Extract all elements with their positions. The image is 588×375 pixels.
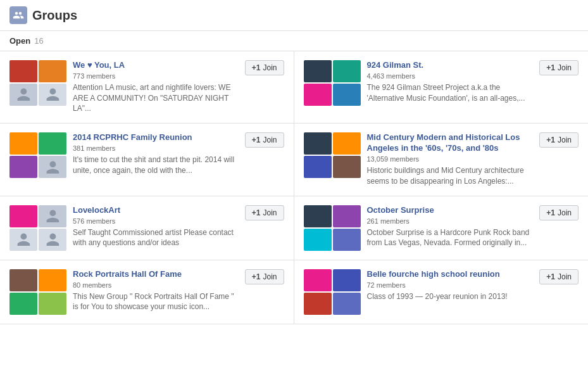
group-avatars <box>304 205 361 251</box>
section-header: Open 16 <box>0 31 588 51</box>
group-actions: +1 Join <box>539 132 579 148</box>
join-button[interactable]: +1 Join <box>539 132 579 148</box>
group-desc: Self Taught Commissioned artist Please c… <box>73 227 239 249</box>
avatar <box>39 156 66 178</box>
avatar <box>304 269 332 291</box>
group-members: 576 members <box>73 217 239 225</box>
group-name[interactable]: LovelockArt <box>73 205 239 216</box>
avatar <box>304 156 332 178</box>
group-actions: +1 Join <box>539 205 579 220</box>
group-members: 4,463 members <box>367 72 534 80</box>
group-name[interactable]: Belle fourche high school reunion <box>367 269 534 280</box>
group-members: 72 members <box>367 281 534 289</box>
join-button[interactable]: +1 Join <box>539 60 579 75</box>
group-avatars <box>9 205 66 251</box>
avatar <box>333 156 361 178</box>
join-button[interactable]: +1 Join <box>539 269 579 284</box>
group-avatars <box>9 269 66 315</box>
avatar <box>304 229 332 251</box>
group-name[interactable]: We ♥ You, LA <box>73 60 239 71</box>
join-button[interactable]: +1 Join <box>245 269 284 284</box>
group-info: October Surprise261 membersOctober Surpr… <box>367 205 534 248</box>
avatar <box>333 205 361 227</box>
avatar <box>333 269 361 291</box>
page-header: Groups <box>0 0 588 31</box>
avatar <box>9 205 37 227</box>
group-name[interactable]: Mid Century Modern and Historical Los An… <box>367 132 534 154</box>
avatar <box>39 132 66 155</box>
group-actions: +1 Join <box>539 269 579 284</box>
join-icon: +1 <box>546 208 555 217</box>
group-name[interactable]: 2014 RCPRHC Family Reunion <box>73 132 239 143</box>
avatar <box>9 269 37 291</box>
avatar <box>39 84 66 106</box>
avatar <box>304 132 332 155</box>
join-icon: +1 <box>546 272 555 281</box>
join-icon: +1 <box>546 63 555 72</box>
avatar <box>304 293 332 315</box>
avatar <box>333 84 361 106</box>
join-icon: +1 <box>252 272 261 281</box>
group-item: October Surprise261 membersOctober Surpr… <box>294 196 589 260</box>
group-desc: Class of 1993 — 20-year reunion in 2013! <box>367 291 534 302</box>
group-item: Mid Century Modern and Historical Los An… <box>294 124 589 196</box>
join-button[interactable]: +1 Join <box>539 205 579 220</box>
group-members: 13,059 members <box>367 155 534 163</box>
group-desc: Attention LA music, art and nightlife lo… <box>73 82 239 114</box>
join-icon: +1 <box>252 136 261 144</box>
join-icon: +1 <box>546 136 555 144</box>
group-item: LovelockArt576 membersSelf Taught Commis… <box>0 196 294 260</box>
group-item: Rock Portraits Hall Of Fame80 membersThi… <box>0 260 294 324</box>
group-desc: It's time to cut the shit and start the … <box>73 155 239 176</box>
avatar <box>9 156 37 178</box>
group-name[interactable]: October Surprise <box>367 205 534 216</box>
group-info: We ♥ You, LA773 membersAttention LA musi… <box>73 60 239 114</box>
groups-container: We ♥ You, LA773 membersAttention LA musi… <box>0 51 588 324</box>
join-button[interactable]: +1 Join <box>245 132 284 148</box>
group-avatars <box>304 132 361 178</box>
group-name[interactable]: Rock Portraits Hall Of Fame <box>73 269 239 280</box>
avatar <box>333 60 361 82</box>
page-wrapper: Groups Open 16 We ♥ You, LA773 membersAt… <box>0 0 588 375</box>
join-button[interactable]: +1 Join <box>245 205 284 220</box>
group-desc: October Surprise is a Hardcore Punk Rock… <box>367 227 534 249</box>
group-avatars <box>304 269 361 315</box>
group-info: Rock Portraits Hall Of Fame80 membersThi… <box>73 269 239 312</box>
join-button[interactable]: +1 Join <box>245 60 284 75</box>
join-icon: +1 <box>252 208 261 217</box>
group-members: 381 members <box>73 144 239 152</box>
group-avatars <box>9 132 66 178</box>
group-actions: +1 Join <box>245 269 284 284</box>
group-actions: +1 Join <box>245 205 284 220</box>
avatar <box>9 229 37 251</box>
section-label: Open <box>9 36 30 46</box>
avatar <box>39 229 66 251</box>
group-item: 924 Gilman St.4,463 membersThe 924 Gilma… <box>294 51 589 124</box>
avatar <box>39 60 66 82</box>
group-info: LovelockArt576 membersSelf Taught Commis… <box>73 205 239 248</box>
avatar <box>39 205 66 227</box>
avatar <box>304 205 332 227</box>
groups-icon <box>9 6 27 24</box>
group-item: Belle fourche high school reunion72 memb… <box>294 260 589 324</box>
avatar <box>333 229 361 251</box>
group-actions: +1 Join <box>245 60 284 75</box>
group-desc: This New Group " Rock Portraits Hall Of … <box>73 291 239 313</box>
group-members: 80 members <box>73 281 239 289</box>
group-item: We ♥ You, LA773 membersAttention LA musi… <box>0 51 294 124</box>
avatar <box>333 293 361 315</box>
group-name[interactable]: 924 Gilman St. <box>367 60 534 71</box>
group-info: 924 Gilman St.4,463 membersThe 924 Gilma… <box>367 60 534 103</box>
avatar <box>304 60 332 82</box>
avatar <box>9 132 37 155</box>
group-info: Mid Century Modern and Historical Los An… <box>367 132 534 186</box>
group-desc: The 924 Gilman Street Project a.k.a the … <box>367 82 534 104</box>
group-members: 261 members <box>367 217 534 225</box>
avatar <box>333 132 361 155</box>
group-avatars <box>304 60 361 106</box>
group-actions: +1 Join <box>539 60 579 75</box>
section-count: 16 <box>34 36 43 46</box>
avatar <box>9 60 37 82</box>
group-actions: +1 Join <box>245 132 284 148</box>
page-title: Groups <box>32 8 77 23</box>
